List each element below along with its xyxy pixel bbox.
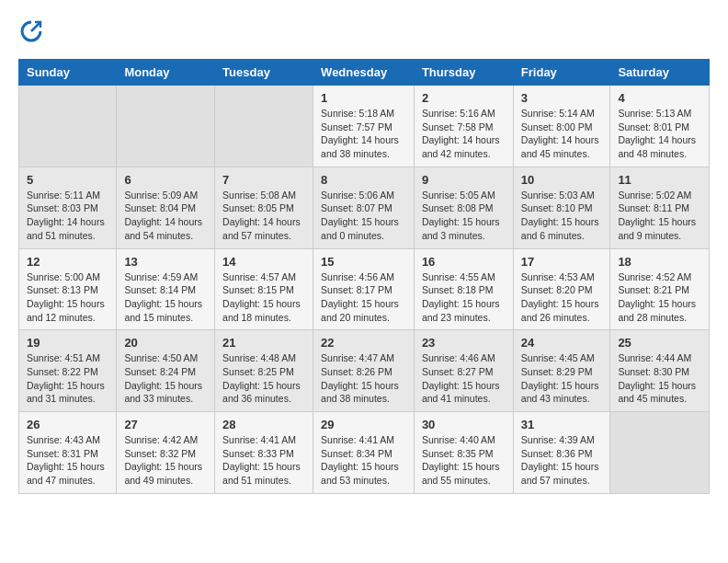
cell-info: Sunrise: 5:00 AMSunset: 8:13 PMDaylight:… bbox=[27, 270, 108, 325]
page-header bbox=[18, 18, 710, 44]
day-number: 27 bbox=[124, 418, 207, 431]
cell-info: Sunrise: 4:51 AMSunset: 8:22 PMDaylight:… bbox=[27, 351, 108, 406]
day-number: 15 bbox=[321, 255, 406, 269]
day-number: 26 bbox=[27, 418, 108, 431]
cell-info: Sunrise: 4:40 AMSunset: 8:35 PMDaylight:… bbox=[422, 433, 506, 488]
day-number: 28 bbox=[222, 418, 305, 431]
day-number: 20 bbox=[124, 336, 207, 350]
calendar-cell: 9Sunrise: 5:05 AMSunset: 8:08 PMDaylight… bbox=[414, 167, 513, 248]
calendar-cell: 14Sunrise: 4:57 AMSunset: 8:15 PMDayligh… bbox=[215, 248, 313, 330]
day-number: 21 bbox=[222, 336, 305, 350]
calendar-cell: 7Sunrise: 5:08 AMSunset: 8:05 PMDaylight… bbox=[215, 167, 313, 248]
calendar-cell bbox=[610, 412, 710, 494]
logo bbox=[18, 18, 48, 44]
cell-info: Sunrise: 4:44 AMSunset: 8:30 PMDaylight:… bbox=[618, 351, 701, 406]
calendar-cell: 6Sunrise: 5:09 AMSunset: 8:04 PMDaylight… bbox=[117, 167, 215, 248]
header-friday: Friday bbox=[513, 60, 610, 86]
week-row-3: 12Sunrise: 5:00 AMSunset: 8:13 PMDayligh… bbox=[19, 248, 710, 330]
day-number: 2 bbox=[422, 91, 506, 105]
cell-info: Sunrise: 5:18 AMSunset: 7:57 PMDaylight:… bbox=[321, 107, 406, 161]
week-row-4: 19Sunrise: 4:51 AMSunset: 8:22 PMDayligh… bbox=[19, 330, 710, 412]
cell-info: Sunrise: 4:59 AMSunset: 8:14 PMDaylight:… bbox=[124, 270, 207, 325]
cell-info: Sunrise: 4:41 AMSunset: 8:33 PMDaylight:… bbox=[222, 433, 305, 488]
calendar-cell: 29Sunrise: 4:41 AMSunset: 8:34 PMDayligh… bbox=[313, 412, 415, 494]
day-number: 1 bbox=[321, 91, 406, 105]
cell-info: Sunrise: 4:39 AMSunset: 8:36 PMDaylight:… bbox=[521, 433, 603, 488]
calendar-cell: 8Sunrise: 5:06 AMSunset: 8:07 PMDaylight… bbox=[313, 167, 415, 248]
header-monday: Monday bbox=[117, 60, 215, 86]
calendar-cell: 26Sunrise: 4:43 AMSunset: 8:31 PMDayligh… bbox=[19, 412, 117, 494]
cell-info: Sunrise: 5:02 AMSunset: 8:11 PMDaylight:… bbox=[618, 189, 701, 243]
header-saturday: Saturday bbox=[610, 60, 710, 86]
cell-info: Sunrise: 5:09 AMSunset: 8:04 PMDaylight:… bbox=[124, 189, 207, 243]
cell-info: Sunrise: 4:45 AMSunset: 8:29 PMDaylight:… bbox=[521, 351, 603, 406]
calendar-cell: 21Sunrise: 4:48 AMSunset: 8:25 PMDayligh… bbox=[215, 330, 313, 412]
cell-info: Sunrise: 5:11 AMSunset: 8:03 PMDaylight:… bbox=[27, 189, 108, 243]
calendar-cell: 22Sunrise: 4:47 AMSunset: 8:26 PMDayligh… bbox=[313, 330, 415, 412]
calendar-cell: 27Sunrise: 4:42 AMSunset: 8:32 PMDayligh… bbox=[117, 412, 215, 494]
day-number: 6 bbox=[124, 173, 207, 187]
day-number: 25 bbox=[618, 336, 701, 350]
day-number: 14 bbox=[222, 255, 305, 269]
calendar-cell: 20Sunrise: 4:50 AMSunset: 8:24 PMDayligh… bbox=[117, 330, 215, 412]
cell-info: Sunrise: 4:48 AMSunset: 8:25 PMDaylight:… bbox=[222, 351, 305, 406]
header-tuesday: Tuesday bbox=[215, 60, 313, 86]
cell-info: Sunrise: 5:06 AMSunset: 8:07 PMDaylight:… bbox=[321, 189, 406, 243]
calendar-cell: 16Sunrise: 4:55 AMSunset: 8:18 PMDayligh… bbox=[414, 248, 513, 330]
calendar-cell: 1Sunrise: 5:18 AMSunset: 7:57 PMDaylight… bbox=[313, 86, 415, 167]
calendar-cell: 10Sunrise: 5:03 AMSunset: 8:10 PMDayligh… bbox=[513, 167, 610, 248]
calendar-cell: 5Sunrise: 5:11 AMSunset: 8:03 PMDaylight… bbox=[19, 167, 117, 248]
day-number: 4 bbox=[618, 91, 701, 105]
day-number: 7 bbox=[222, 173, 305, 187]
day-number: 17 bbox=[521, 255, 603, 269]
day-number: 22 bbox=[321, 336, 406, 350]
calendar-cell: 28Sunrise: 4:41 AMSunset: 8:33 PMDayligh… bbox=[215, 412, 313, 494]
header-thursday: Thursday bbox=[414, 60, 513, 86]
day-number: 3 bbox=[521, 91, 603, 105]
calendar-cell bbox=[19, 86, 117, 167]
week-row-1: 1Sunrise: 5:18 AMSunset: 7:57 PMDaylight… bbox=[19, 86, 710, 167]
calendar-cell bbox=[117, 86, 215, 167]
day-number: 12 bbox=[27, 255, 108, 269]
cell-info: Sunrise: 4:53 AMSunset: 8:20 PMDaylight:… bbox=[521, 270, 603, 325]
calendar-cell: 17Sunrise: 4:53 AMSunset: 8:20 PMDayligh… bbox=[513, 248, 610, 330]
cell-info: Sunrise: 5:16 AMSunset: 7:58 PMDaylight:… bbox=[422, 107, 506, 161]
day-number: 13 bbox=[124, 255, 207, 269]
cell-info: Sunrise: 4:57 AMSunset: 8:15 PMDaylight:… bbox=[222, 270, 305, 325]
header-sunday: Sunday bbox=[19, 60, 117, 86]
day-number: 29 bbox=[321, 418, 406, 431]
cell-info: Sunrise: 5:03 AMSunset: 8:10 PMDaylight:… bbox=[521, 189, 603, 243]
day-number: 23 bbox=[422, 336, 506, 350]
cell-info: Sunrise: 4:42 AMSunset: 8:32 PMDaylight:… bbox=[124, 433, 207, 488]
calendar-cell: 24Sunrise: 4:45 AMSunset: 8:29 PMDayligh… bbox=[513, 330, 610, 412]
day-number: 9 bbox=[422, 173, 506, 187]
cell-info: Sunrise: 4:56 AMSunset: 8:17 PMDaylight:… bbox=[321, 270, 406, 325]
day-number: 5 bbox=[27, 173, 108, 187]
header-wednesday: Wednesday bbox=[313, 60, 415, 86]
calendar-cell: 15Sunrise: 4:56 AMSunset: 8:17 PMDayligh… bbox=[313, 248, 415, 330]
calendar-cell: 3Sunrise: 5:14 AMSunset: 8:00 PMDaylight… bbox=[513, 86, 610, 167]
day-number: 10 bbox=[521, 173, 603, 187]
calendar-cell: 19Sunrise: 4:51 AMSunset: 8:22 PMDayligh… bbox=[19, 330, 117, 412]
cell-info: Sunrise: 5:14 AMSunset: 8:00 PMDaylight:… bbox=[521, 107, 603, 161]
calendar-cell: 13Sunrise: 4:59 AMSunset: 8:14 PMDayligh… bbox=[117, 248, 215, 330]
cell-info: Sunrise: 4:43 AMSunset: 8:31 PMDaylight:… bbox=[27, 433, 108, 488]
cell-info: Sunrise: 5:08 AMSunset: 8:05 PMDaylight:… bbox=[222, 189, 305, 243]
logo-icon bbox=[18, 18, 44, 44]
calendar-cell: 11Sunrise: 5:02 AMSunset: 8:11 PMDayligh… bbox=[610, 167, 710, 248]
cell-info: Sunrise: 5:13 AMSunset: 8:01 PMDaylight:… bbox=[618, 107, 701, 161]
cell-info: Sunrise: 4:46 AMSunset: 8:27 PMDaylight:… bbox=[422, 351, 506, 406]
week-row-5: 26Sunrise: 4:43 AMSunset: 8:31 PMDayligh… bbox=[19, 412, 710, 494]
day-number: 24 bbox=[521, 336, 603, 350]
cell-info: Sunrise: 4:47 AMSunset: 8:26 PMDaylight:… bbox=[321, 351, 406, 406]
calendar-cell: 31Sunrise: 4:39 AMSunset: 8:36 PMDayligh… bbox=[513, 412, 610, 494]
day-number: 16 bbox=[422, 255, 506, 269]
calendar-cell: 12Sunrise: 5:00 AMSunset: 8:13 PMDayligh… bbox=[19, 248, 117, 330]
calendar-cell: 2Sunrise: 5:16 AMSunset: 7:58 PMDaylight… bbox=[414, 86, 513, 167]
week-row-2: 5Sunrise: 5:11 AMSunset: 8:03 PMDaylight… bbox=[19, 167, 710, 248]
cell-info: Sunrise: 4:41 AMSunset: 8:34 PMDaylight:… bbox=[321, 433, 406, 488]
day-number: 11 bbox=[618, 173, 701, 187]
calendar-cell: 4Sunrise: 5:13 AMSunset: 8:01 PMDaylight… bbox=[610, 86, 710, 167]
calendar-cell: 25Sunrise: 4:44 AMSunset: 8:30 PMDayligh… bbox=[610, 330, 710, 412]
calendar-cell: 23Sunrise: 4:46 AMSunset: 8:27 PMDayligh… bbox=[414, 330, 513, 412]
